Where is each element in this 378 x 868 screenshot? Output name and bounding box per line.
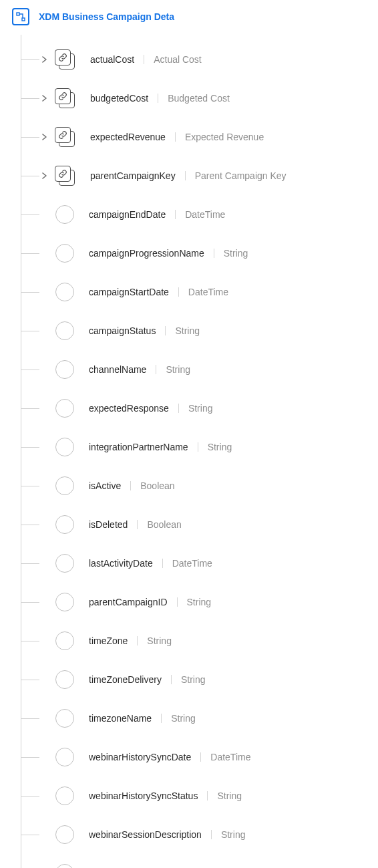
object-link-icon: [54, 49, 75, 70]
field-parentCampaignKey[interactable]: parentCampaignKeyParent Campaign Key: [21, 156, 366, 195]
label-divider: [214, 249, 214, 258]
field-labels: timeZoneString: [89, 635, 172, 646]
field-channelName[interactable]: channelNameString: [21, 350, 366, 389]
label-divider: [185, 171, 186, 180]
field-type: String: [187, 597, 212, 607]
field-circle-icon: [55, 438, 74, 456]
field-webinarHistorySyncStatus[interactable]: webinarHistorySyncStatusString: [21, 776, 366, 815]
field-labels: budgetedCostBudgeted Cost: [90, 93, 230, 104]
field-labels: timeZoneDeliveryString: [89, 674, 206, 685]
label-divider: [178, 404, 179, 413]
field-name: expectedRevenue: [90, 132, 166, 142]
label-divider: [158, 94, 158, 103]
field-type: String: [171, 713, 196, 724]
object-link-icon: [54, 126, 75, 148]
field-circle-icon: [55, 864, 74, 868]
field-timeZone[interactable]: timeZoneString: [21, 621, 366, 660]
field-type: Parent Campaign Key: [195, 170, 287, 181]
field-type: Actual Cost: [154, 54, 202, 65]
field-labels: campaignStartDateDateTime: [89, 287, 228, 297]
chevron-right-icon[interactable]: [39, 132, 50, 142]
chevron-right-icon[interactable]: [39, 170, 50, 181]
field-labels: integrationPartnerNameString: [89, 442, 232, 452]
field-circle-icon: [55, 554, 74, 573]
field-actualCost[interactable]: actualCostActual Cost: [21, 40, 366, 79]
field-campaignStartDate[interactable]: campaignStartDateDateTime: [21, 273, 366, 311]
svg-rect-0: [17, 13, 19, 15]
field-name: webinarHistorySyncStatus: [89, 790, 198, 801]
field-labels: parentCampaignKeyParent Campaign Key: [90, 170, 287, 181]
label-divider: [207, 791, 208, 801]
field-webinarSessionName[interactable]: webinarSessionNameString: [21, 854, 366, 868]
field-budgetedCost[interactable]: budgetedCostBudgeted Cost: [21, 79, 366, 118]
field-name: isDeleted: [89, 519, 128, 530]
field-webinarSessionDescription[interactable]: webinarSessionDescriptionString: [21, 815, 366, 854]
field-type: Budgeted Cost: [168, 93, 230, 104]
field-integrationPartnerName[interactable]: integrationPartnerNameString: [21, 428, 366, 466]
field-webinarHistorySyncDate[interactable]: webinarHistorySyncDateDateTime: [21, 738, 366, 776]
field-type: String: [188, 403, 213, 414]
label-divider: [177, 597, 178, 607]
field-circle-icon: [55, 593, 74, 611]
field-expectedRevenue[interactable]: expectedRevenueExpected Revenue: [21, 118, 366, 156]
label-divider: [161, 714, 162, 723]
chevron-right-icon[interactable]: [39, 93, 50, 104]
field-labels: webinarSessionDescriptionString: [89, 829, 245, 840]
field-name: webinarSessionDescription: [89, 829, 202, 840]
field-parentCampaignID[interactable]: parentCampaignIDString: [21, 583, 366, 621]
field-isDeleted[interactable]: isDeletedBoolean: [21, 505, 366, 544]
field-name: parentCampaignKey: [90, 170, 176, 181]
field-type: String: [208, 442, 232, 452]
field-labels: lastActivityDateDateTime: [89, 558, 212, 569]
field-campaignStatus[interactable]: campaignStatusString: [21, 311, 366, 350]
object-link-icon: [54, 165, 75, 186]
field-type: String: [147, 635, 172, 646]
field-labels: expectedResponseString: [89, 403, 212, 414]
field-isActive[interactable]: isActiveBoolean: [21, 466, 366, 505]
field-name: actualCost: [90, 54, 134, 65]
field-name: timeZone: [89, 635, 128, 646]
label-divider: [211, 830, 212, 839]
chevron-right-icon[interactable]: [39, 54, 50, 65]
field-type: Boolean: [147, 519, 181, 530]
field-labels: channelNameString: [89, 364, 190, 375]
field-circle-icon: [55, 283, 74, 301]
label-divider: [175, 132, 176, 142]
field-labels: webinarHistorySyncDateDateTime: [89, 752, 250, 762]
label-divider: [156, 365, 156, 374]
field-labels: isDeletedBoolean: [89, 519, 182, 530]
field-name: budgetedCost: [90, 93, 148, 104]
field-timeZoneDelivery[interactable]: timeZoneDeliveryString: [21, 660, 366, 699]
field-circle-icon: [55, 360, 74, 379]
field-name: campaignStartDate: [89, 287, 169, 297]
field-type: DateTime: [188, 287, 228, 297]
field-name: campaignEndDate: [89, 209, 166, 220]
field-circle-icon: [55, 205, 74, 224]
field-expectedResponse[interactable]: expectedResponseString: [21, 389, 366, 428]
field-circle-icon: [55, 786, 74, 805]
field-type: DateTime: [210, 752, 250, 762]
field-circle-icon: [55, 670, 74, 689]
field-labels: campaignProgressionNameString: [89, 248, 248, 259]
field-campaignProgressionName[interactable]: campaignProgressionNameString: [21, 234, 366, 273]
label-divider: [171, 675, 172, 684]
label-divider: [165, 326, 166, 335]
field-circle-icon: [55, 709, 74, 728]
object-link-icon: [54, 88, 75, 109]
field-name: webinarHistorySyncDate: [89, 752, 191, 762]
field-labels: webinarHistorySyncStatusString: [89, 790, 242, 801]
label-divider: [137, 520, 138, 529]
field-type: String: [166, 364, 190, 375]
label-divider: [200, 752, 201, 762]
label-divider: [198, 442, 198, 452]
field-labels: isActiveBoolean: [89, 480, 175, 491]
field-name: integrationPartnerName: [89, 442, 188, 452]
field-timezoneName[interactable]: timezoneNameString: [21, 699, 366, 738]
field-campaignEndDate[interactable]: campaignEndDateDateTime: [21, 195, 366, 234]
field-name: campaignStatus: [89, 325, 156, 336]
field-lastActivityDate[interactable]: lastActivityDateDateTime: [21, 544, 366, 583]
field-type: String: [224, 248, 248, 259]
field-labels: expectedRevenueExpected Revenue: [90, 132, 264, 142]
field-circle-icon: [55, 748, 74, 766]
schema-root[interactable]: XDM Business Campaign Deta: [12, 8, 366, 25]
